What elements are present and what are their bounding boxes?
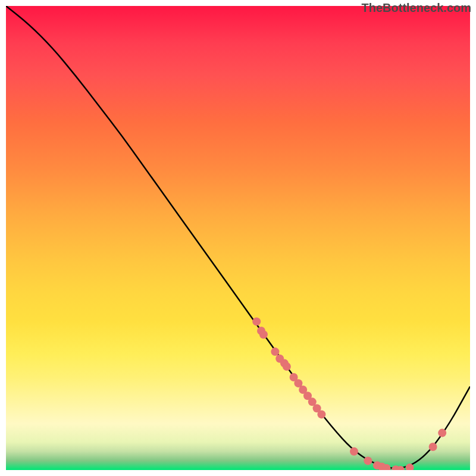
data-point (252, 317, 261, 325)
data-point (317, 410, 325, 418)
plot-area (6, 6, 470, 470)
data-point (350, 447, 358, 456)
curve-svg (6, 6, 470, 470)
data-point (429, 443, 437, 451)
chart-container: TheBottleneck.com (0, 0, 476, 476)
data-point (271, 347, 279, 356)
watermark-text: TheBottleneck.com (362, 1, 471, 15)
data-point (438, 429, 446, 437)
bottleneck-curve (6, 6, 470, 468)
data-point (283, 362, 291, 371)
data-points-group (252, 317, 446, 470)
data-point (364, 456, 372, 465)
data-point (259, 330, 268, 339)
